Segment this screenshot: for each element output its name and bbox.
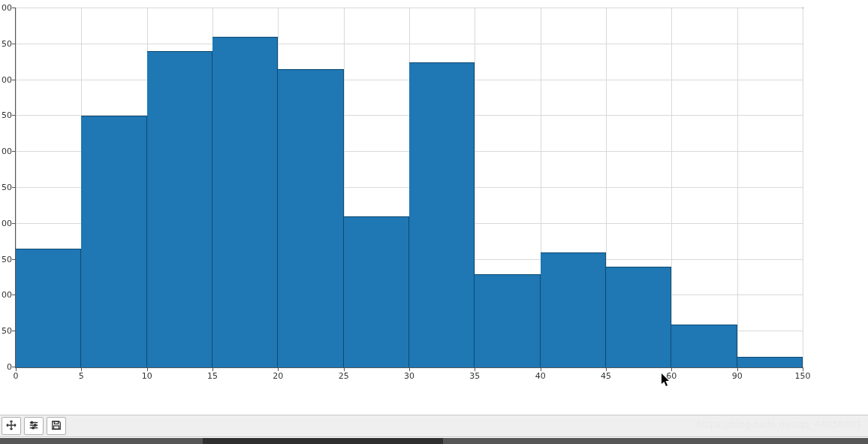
x-tick-label: 35: [469, 371, 480, 381]
x-tick-label: 5: [79, 371, 84, 381]
window-bottom-strip: [0, 438, 868, 444]
y-tick-label: 00: [0, 218, 12, 228]
y-tick-label: 00: [0, 290, 12, 300]
plot-figure: [0, 0, 868, 406]
svg-point-1: [34, 424, 36, 426]
toolbar-pan-button[interactable]: [2, 417, 21, 435]
y-tick-label: 00: [0, 3, 12, 13]
y-tick-label: 0: [0, 362, 12, 372]
matplotlib-toolbar: [0, 415, 868, 437]
y-tick-label: 50: [0, 254, 12, 264]
y-tick-label: 00: [0, 74, 12, 84]
bar: [606, 267, 671, 367]
bar: [737, 357, 803, 367]
x-tick-label: 150: [795, 371, 811, 381]
bar: [671, 325, 737, 367]
chart-axes[interactable]: [15, 8, 803, 368]
bar: [212, 37, 278, 367]
y-tick-label: 50: [0, 183, 12, 192]
y-tick-label: 00: [0, 146, 12, 156]
bar: [409, 62, 475, 367]
x-tick-label: 90: [732, 371, 743, 381]
toolbar-configure-button[interactable]: [24, 417, 44, 435]
x-tick-label: 20: [273, 371, 283, 381]
svg-point-0: [31, 421, 33, 424]
bar: [147, 51, 212, 367]
bar: [475, 274, 540, 367]
y-tick-label: 50: [0, 326, 12, 336]
y-tick-label: 50: [0, 38, 12, 48]
bar: [81, 116, 146, 367]
x-tick-label: 15: [207, 371, 218, 381]
bar: [344, 216, 409, 367]
x-tick-label: 45: [601, 371, 611, 381]
x-tick-label: 0: [14, 371, 19, 381]
x-tick-label: 10: [142, 371, 152, 381]
x-tick-label: 40: [535, 371, 546, 381]
bar: [16, 249, 81, 367]
configure-icon: [29, 420, 39, 433]
x-tick-label: 30: [404, 371, 414, 381]
pan-icon: [6, 420, 17, 433]
svg-point-2: [32, 427, 35, 429]
y-tick-label: 50: [0, 110, 12, 120]
svg-rect-4: [54, 425, 59, 428]
bar: [278, 69, 343, 367]
toolbar-save-button[interactable]: [47, 417, 66, 435]
save-icon: [51, 420, 62, 433]
bar: [541, 252, 606, 367]
x-tick-label: 25: [339, 371, 349, 381]
svg-rect-3: [54, 421, 58, 424]
x-tick-label: 60: [666, 371, 677, 381]
